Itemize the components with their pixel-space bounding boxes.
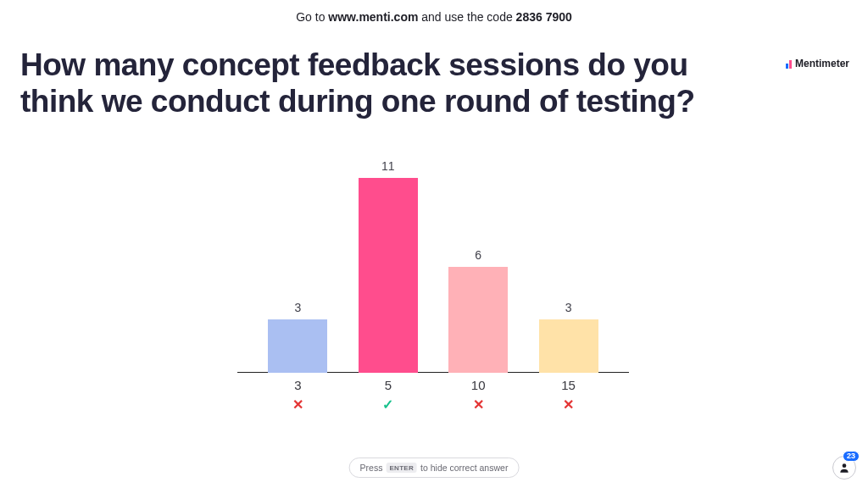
cross-icon: ✕: [539, 396, 598, 413]
instruction-code: 2836 7900: [516, 10, 572, 24]
check-icon: ✓: [359, 396, 418, 413]
join-instruction: Go to www.menti.com and use the code 283…: [0, 0, 868, 24]
chart-plot-area: 31163: [237, 165, 629, 373]
svg-point-0: [843, 463, 847, 468]
x-tick-label: 10: [448, 378, 508, 392]
hint-suffix: to hide correct answer: [420, 463, 508, 473]
bar-value-label: 3: [268, 301, 327, 314]
bar-chart: 31163 351015 ✕✓✕✕: [237, 165, 629, 411]
mentimeter-logo: Mentimeter: [786, 58, 849, 69]
bar: 3: [268, 319, 327, 373]
question-title: How many concept feedback sessions do yo…: [0, 24, 868, 119]
bar: 11: [359, 178, 418, 373]
instruction-middle: and use the code: [418, 10, 515, 24]
bar-value-label: 11: [359, 159, 418, 173]
participant-count: 23: [843, 451, 860, 462]
logo-icon: [786, 59, 792, 69]
bar: 6: [448, 267, 508, 373]
hint-bar: Press ENTER to hide correct answer: [349, 458, 520, 478]
x-tick-label: 5: [359, 378, 418, 392]
bar: 3: [539, 319, 598, 373]
bar-value-label: 3: [539, 301, 598, 314]
keyboard-hint[interactable]: Press ENTER to hide correct answer: [349, 458, 520, 478]
x-axis-labels: 351015: [237, 378, 629, 396]
enter-key: ENTER: [386, 463, 417, 473]
hint-prefix: Press: [360, 463, 383, 473]
x-tick-label: 3: [268, 378, 327, 392]
bar-value-label: 6: [448, 248, 508, 262]
answer-marks: ✕✓✕✕: [237, 396, 629, 413]
instruction-url: www.menti.com: [328, 10, 418, 24]
participant-counter[interactable]: 23: [832, 456, 856, 480]
cross-icon: ✕: [448, 396, 508, 413]
cross-icon: ✕: [268, 396, 327, 413]
x-tick-label: 15: [539, 378, 598, 392]
instruction-prefix: Go to: [296, 10, 328, 24]
logo-text: Mentimeter: [795, 58, 849, 69]
